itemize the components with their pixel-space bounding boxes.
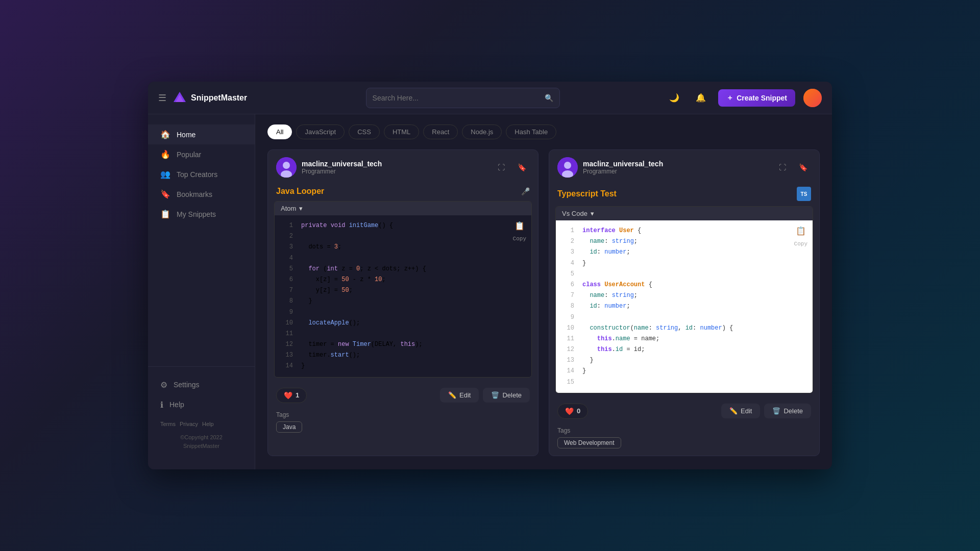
code-line-2-4: 4} xyxy=(556,258,813,269)
snippet-title-1: Java Looper xyxy=(276,187,324,196)
filter-react[interactable]: React xyxy=(423,124,458,139)
logo: SnippetMaster xyxy=(173,91,247,105)
sidebar-item-settings-label: Settings xyxy=(174,381,200,389)
create-snippet-button[interactable]: ＋ Create Snippet xyxy=(718,89,795,107)
filter-all[interactable]: All xyxy=(267,124,292,139)
like-button-2[interactable]: ❤️ 0 xyxy=(557,404,588,419)
header-left: ☰ SnippetMaster xyxy=(158,91,260,105)
sidebar-bottom: ⚙ Settings ℹ Help Terms Privacy Help ©Co… xyxy=(148,366,255,459)
filter-nodejs[interactable]: Node.js xyxy=(462,124,502,139)
edit-icon-2: ✏️ xyxy=(729,407,738,415)
copy-button-1[interactable]: 📋 Copy xyxy=(513,220,526,243)
sidebar-item-help[interactable]: ℹ Help xyxy=(148,395,255,415)
delete-button-1[interactable]: 🗑️ Delete xyxy=(483,388,530,403)
code-line-2-15: 15 xyxy=(556,377,813,388)
code-line-2-12: 12 this.id = id; xyxy=(556,344,813,355)
sidebar-item-help-label: Help xyxy=(169,400,184,409)
sidebar-item-my-snippets[interactable]: 📋 My Snippets xyxy=(148,204,255,224)
sidebar-item-top-creators[interactable]: 👥 Top Creators xyxy=(148,164,255,184)
plus-icon: ＋ xyxy=(726,93,733,103)
code-line-1-12: 12 timer = new Timer(DELAY, this); xyxy=(275,339,531,350)
filter-hashtable[interactable]: Hash Table xyxy=(506,124,556,139)
code-line-1-4: 4 xyxy=(275,253,531,264)
code-line-1-10: 10 locateApple(); xyxy=(275,318,531,329)
edit-button-2[interactable]: ✏️ Edit xyxy=(721,404,760,418)
settings-icon: ⚙ xyxy=(160,380,167,390)
sidebar-item-settings[interactable]: ⚙ Settings xyxy=(148,375,255,395)
app-name: SnippetMaster xyxy=(191,93,247,103)
tag-web-development[interactable]: Web Development xyxy=(557,437,621,448)
fullscreen-button-2[interactable]: ⛶ xyxy=(774,159,791,176)
delete-button-2[interactable]: 🗑️ Delete xyxy=(764,404,811,418)
code-line-1-1: 1private void initGame() { xyxy=(275,220,531,231)
code-line-2-9: 9 xyxy=(556,312,813,323)
mic-icon-1: 🎤 xyxy=(521,187,530,195)
search-icon: 🔍 xyxy=(545,94,553,102)
popular-icon: 🔥 xyxy=(160,149,170,159)
sidebar-item-top-creators-label: Top Creators xyxy=(177,170,217,179)
code-line-2-10: 10 constructor(name: string, id: number)… xyxy=(556,323,813,334)
avatar-image-1 xyxy=(276,157,297,178)
delete-icon-2: 🗑️ xyxy=(772,407,780,415)
code-line-2-3: 3 id: number; xyxy=(556,247,813,258)
code-line-1-6: 6 x[z] = 50 - z * 10; xyxy=(275,274,531,285)
card-user-info-2: maclinz_universal_tech Programmer xyxy=(583,160,769,175)
main-content: All JavaScript CSS HTML React Node.js Ha… xyxy=(255,114,832,469)
sidebar-footer-links: Terms Privacy Help xyxy=(148,415,255,433)
card-avatar-2 xyxy=(557,157,578,178)
filter-css[interactable]: CSS xyxy=(349,124,380,139)
user-avatar[interactable] xyxy=(803,89,822,107)
code-content-2: 📋 Copy 1interface User { 2 name: string;… xyxy=(556,220,813,393)
sidebar-item-home[interactable]: 🏠 Home xyxy=(148,124,255,144)
theme-select-1[interactable]: Atom ▾ xyxy=(281,205,303,212)
sidebar-item-my-snippets-label: My Snippets xyxy=(177,210,216,218)
edit-button-1[interactable]: ✏️ Edit xyxy=(440,388,479,403)
code-line-1-13: 13 timer.start(); xyxy=(275,350,531,361)
sidebar-item-popular[interactable]: 🔥 Popular xyxy=(148,144,255,164)
svg-point-6 xyxy=(564,162,571,169)
like-count-1: 1 xyxy=(296,391,299,399)
code-line-1-11: 11 xyxy=(275,329,531,339)
code-line-2-7: 7 name: string; xyxy=(556,290,813,301)
notifications-button[interactable]: 🔔 xyxy=(692,89,710,107)
sidebar-item-home-label: Home xyxy=(177,131,195,139)
tags-label-1: Tags xyxy=(276,411,530,418)
privacy-link[interactable]: Privacy xyxy=(180,421,198,427)
sidebar-item-bookmarks-label: Bookmarks xyxy=(177,190,212,198)
sidebar-item-bookmarks[interactable]: 🔖 Bookmarks xyxy=(148,184,255,204)
code-line-1-5: 5 for (int z = 0; z < dots; z++) { xyxy=(275,264,531,274)
filter-tabs: All JavaScript CSS HTML React Node.js Ha… xyxy=(267,124,820,139)
bookmark-button-2[interactable]: 🔖 xyxy=(795,159,811,176)
filter-html[interactable]: HTML xyxy=(384,124,419,139)
top-creators-icon: 👥 xyxy=(160,169,170,179)
filter-javascript[interactable]: JavaScript xyxy=(296,124,345,139)
footer-actions-1: ✏️ Edit 🗑️ Delete xyxy=(440,388,530,403)
editor-toolbar-1: Atom ▾ xyxy=(275,202,531,215)
edit-icon-1: ✏️ xyxy=(448,391,456,399)
terms-link[interactable]: Terms xyxy=(160,421,176,427)
theme-select-2[interactable]: Vs Code ▾ xyxy=(562,210,594,217)
bookmarks-icon: 🔖 xyxy=(160,189,170,199)
header: ☰ SnippetMaster 🔍 🌙 🔔 ＋ Create Snippet xyxy=(148,82,832,114)
search-bar: 🔍 xyxy=(366,88,560,108)
like-button-1[interactable]: ❤️ 1 xyxy=(276,388,307,403)
card-actions-2: ⛶ 🔖 xyxy=(774,159,811,176)
menu-icon[interactable]: ☰ xyxy=(158,92,166,104)
bookmark-button-1[interactable]: 🔖 xyxy=(513,159,530,176)
code-line-2-8: 8 id: number; xyxy=(556,301,813,312)
card-username-1: maclinz_universal_tech xyxy=(302,160,488,168)
code-line-2-1: 1interface User { xyxy=(556,226,813,236)
code-line-1-9: 9 xyxy=(275,307,531,318)
tag-java[interactable]: Java xyxy=(276,421,302,433)
card-footer-2: ❤️ 0 ✏️ Edit 🗑️ Delete xyxy=(549,399,819,425)
code-line-2-14: 14} xyxy=(556,366,813,377)
fullscreen-button-1[interactable]: ⛶ xyxy=(493,159,509,176)
heart-icon-1: ❤️ xyxy=(284,391,292,399)
header-right: 🌙 🔔 ＋ Create Snippet xyxy=(665,89,822,107)
help-link[interactable]: Help xyxy=(202,421,214,427)
search-input[interactable] xyxy=(373,88,541,108)
nav-items: 🏠 Home 🔥 Popular 👥 Top Creators 🔖 Bookma… xyxy=(148,124,255,366)
theme-toggle-button[interactable]: 🌙 xyxy=(665,89,683,107)
copy-button-2[interactable]: 📋 Copy xyxy=(794,226,807,248)
avatar-image-2 xyxy=(557,157,578,178)
